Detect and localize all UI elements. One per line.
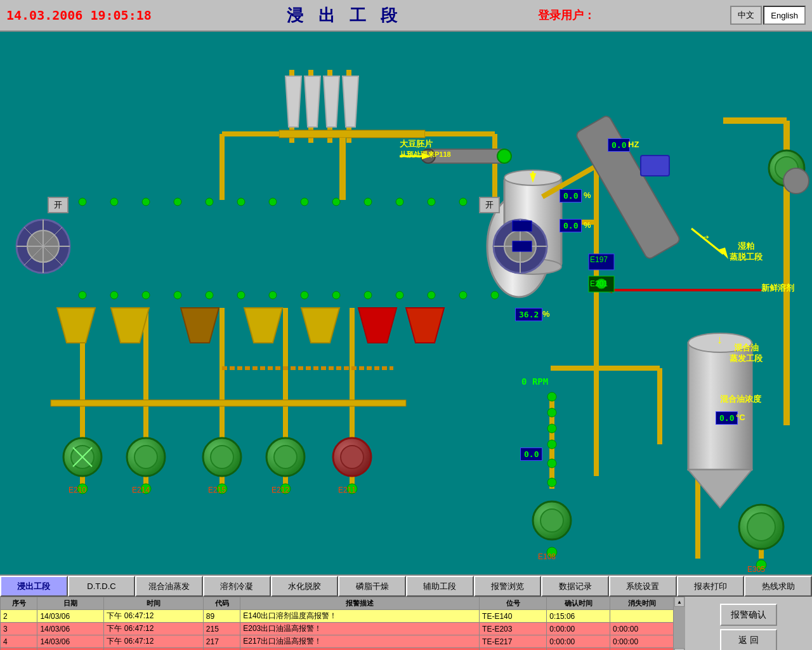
lang-zh-button[interactable]: 中文 <box>730 6 762 25</box>
alarm-cell-2: 下午 06:47:12 <box>104 623 203 635</box>
svg-point-37 <box>27 230 59 262</box>
svg-point-99 <box>203 438 241 476</box>
alarm-row[interactable]: 314/03/06下午 06:47:12215E203出口油温高报警！TE-E2… <box>1 623 674 635</box>
alarm-cell-1: 14/03/06 <box>37 610 104 623</box>
alarm-cell-1: 14/03/06 <box>37 623 104 635</box>
col-time: 时间 <box>104 597 203 610</box>
alarm-cell-0: 3 <box>1 623 37 635</box>
alarm-scrollbar[interactable]: ▲ ▼ <box>674 597 685 650</box>
alarm-cell-0: 5 <box>1 648 37 651</box>
alarm-cell-4: E203出口油温高报警！ <box>240 623 480 635</box>
svg-line-40 <box>24 227 62 265</box>
flow-display[interactable]: 36.2 <box>515 308 542 321</box>
alarm-cell-3: 218 <box>203 648 240 651</box>
motor-e305-label: E305 <box>747 565 765 574</box>
nav-bbyj[interactable]: 报表打印 <box>677 576 745 597</box>
svg-marker-56 <box>343 76 358 127</box>
level1-display[interactable]: 0.0 <box>560 189 582 202</box>
alarm-cell-4: E140出口溶剂温度高报警！ <box>240 610 480 623</box>
svg-point-61 <box>142 198 150 206</box>
hz-unit: HZ <box>628 140 639 149</box>
open-button-1[interactable]: 开 <box>48 197 69 213</box>
nav-bjll[interactable]: 报警浏览 <box>474 576 542 597</box>
svg-marker-49 <box>244 308 282 343</box>
svg-rect-130 <box>513 241 532 251</box>
svg-point-103 <box>333 438 371 476</box>
wet-meal-arrow: → <box>698 229 712 245</box>
svg-rect-128 <box>641 156 669 176</box>
alarm-cell-4: E217出口油温高报警！ <box>240 635 480 648</box>
alarm-cell-5: TE-E140 <box>480 610 547 623</box>
nav-dtdc[interactable]: D.T.D.C <box>68 576 136 597</box>
e197-label: E197 <box>590 255 608 264</box>
level2-display[interactable]: 0.0 <box>560 219 582 232</box>
nav-sjjl[interactable]: 数据记录 <box>541 576 609 597</box>
nav-rjln[interactable]: 溶剂冷凝 <box>203 576 271 597</box>
svg-point-93 <box>63 438 102 476</box>
col-ack: 确认时间 <box>547 597 610 610</box>
svg-point-36 <box>16 220 70 273</box>
col-desc: 报警描述 <box>240 597 480 610</box>
svg-line-95 <box>73 448 92 467</box>
alarm-row[interactable]: 414/03/06下午 06:47:12217E217出口油温高报警！TE-E2… <box>1 635 674 648</box>
nav-xtsz[interactable]: 系统设置 <box>609 576 677 597</box>
nav-ln[interactable]: 磷脂干燥 <box>338 576 406 597</box>
svg-point-60 <box>110 198 118 206</box>
svg-point-75 <box>142 291 150 299</box>
pump-value-display[interactable]: 0.0 <box>520 448 542 461</box>
svg-point-82 <box>364 291 372 299</box>
svg-point-66 <box>301 198 308 206</box>
alarm-cell-5: TE-E217 <box>480 635 547 648</box>
svg-point-32 <box>504 259 561 274</box>
nav-hycy[interactable]: 混合油蒸发 <box>135 576 203 597</box>
svg-marker-52 <box>406 308 444 343</box>
open-button-2[interactable]: 开 <box>479 197 500 213</box>
svg-point-100 <box>211 446 233 468</box>
col-code: 代码 <box>203 597 240 610</box>
svg-point-85 <box>459 291 467 299</box>
lang-en-button[interactable]: English <box>763 6 806 25</box>
scroll-up-btn[interactable]: ▲ <box>674 597 684 607</box>
alarm-cell-6: 0:15:06 <box>547 610 610 623</box>
alarm-cell-6: 0:00:00 <box>547 635 610 648</box>
alarm-confirm-button[interactable]: 报警确认 <box>720 604 777 626</box>
svg-line-41 <box>24 227 62 265</box>
svg-point-86 <box>491 291 499 299</box>
nav-sjhj[interactable]: 水化脱胶 <box>271 576 339 597</box>
nav-fzgd[interactable]: 辅助工段 <box>406 576 474 597</box>
svg-point-98 <box>134 446 157 468</box>
rpm-display: 0 RPM <box>521 376 548 387</box>
svg-marker-47 <box>111 308 149 343</box>
alarm-back-button[interactable]: 返 回 <box>720 629 777 650</box>
col-clear: 消失时间 <box>610 597 674 610</box>
oil-density-unit: °C <box>736 413 745 422</box>
mixed-oil-label: 混合油 蒸发工段 <box>730 343 763 364</box>
svg-point-89 <box>547 424 556 433</box>
alarm-row[interactable]: 214/03/06下午 06:47:1289E140出口溶剂温度高报警！TE-E… <box>1 610 674 623</box>
alarm-row[interactable]: 514/03/06下午 06:47:12218出口温度高报警！报警描述TE-E2… <box>1 648 674 651</box>
alarm-cell-4: 出口温度高报警！报警描述 <box>240 648 480 651</box>
fresh-solvent-label: 新鲜溶剂 <box>761 282 794 294</box>
motor-e212-label: E212 <box>272 486 289 494</box>
alarm-cell-2: 下午 06:47:12 <box>104 648 203 651</box>
nav-jcc[interactable]: 浸出工段 <box>0 576 68 597</box>
alarm-cell-6: 0:00:00 <box>547 648 610 651</box>
svg-point-69 <box>396 198 403 206</box>
hz-display[interactable]: 0.0 <box>608 138 630 152</box>
svg-point-80 <box>301 291 308 299</box>
wet-meal-label: 湿粕 蒸脱工段 <box>730 241 763 263</box>
oil-density-display[interactable]: 0.0 <box>716 411 738 425</box>
svg-point-91 <box>547 459 556 468</box>
nav-rxqz[interactable]: 热线求助 <box>744 576 812 597</box>
svg-point-76 <box>174 291 181 299</box>
svg-point-62 <box>174 198 181 206</box>
svg-point-107 <box>739 505 783 549</box>
level1-unit: % <box>584 190 591 200</box>
svg-marker-55 <box>324 76 339 127</box>
svg-point-102 <box>274 446 297 468</box>
login-label: 登录用户： <box>538 8 595 23</box>
svg-point-108 <box>747 513 775 541</box>
level2-unit: % <box>584 220 591 230</box>
svg-point-71 <box>459 198 467 206</box>
alarm-cell-6: 0:00:00 <box>547 623 610 635</box>
